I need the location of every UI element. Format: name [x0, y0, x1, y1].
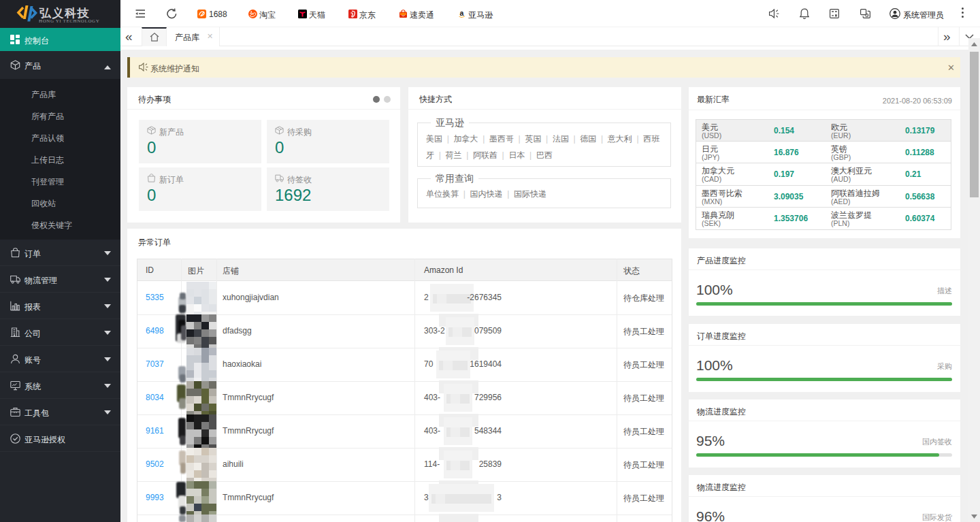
svg-text:a: a [460, 10, 464, 17]
